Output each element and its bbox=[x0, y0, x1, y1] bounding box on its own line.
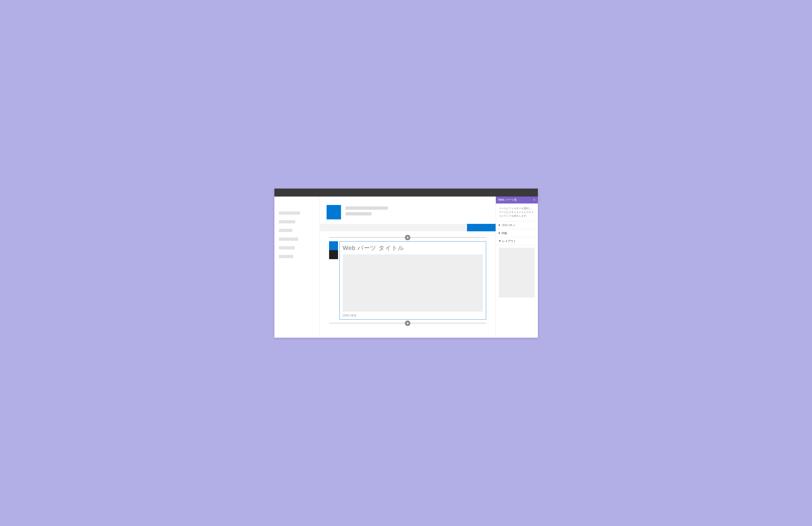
subtitle-line-placeholder bbox=[346, 212, 372, 216]
chevron-right-icon bbox=[499, 232, 500, 234]
command-bar bbox=[320, 224, 496, 231]
panel-description: ソースとフィルターを選択し、ページにドキュメントとリスト コンテンツを表示します… bbox=[496, 204, 538, 221]
nav-item-placeholder[interactable] bbox=[279, 255, 293, 258]
webpart-container[interactable]: Web パーツ タイトル 説明の追加 bbox=[339, 241, 486, 320]
webpart-move-button[interactable] bbox=[329, 250, 338, 259]
add-section-divider-bottom bbox=[329, 321, 486, 326]
site-title-placeholder bbox=[346, 205, 388, 218]
left-nav bbox=[274, 196, 320, 338]
webpart-body-placeholder[interactable] bbox=[343, 254, 483, 311]
property-panel: Web パーツ名 × ソースとフィルターを選択し、ページにドキュメントとリスト … bbox=[496, 196, 538, 338]
panel-section-label: プロパティ bbox=[502, 223, 515, 227]
plus-icon bbox=[406, 236, 409, 239]
chevron-down-icon bbox=[499, 240, 501, 242]
nav-item-placeholder[interactable] bbox=[279, 229, 292, 232]
panel-section-layout[interactable]: レイアウト bbox=[496, 237, 538, 245]
nav-item-placeholder[interactable] bbox=[279, 237, 298, 241]
primary-action-button[interactable] bbox=[467, 224, 496, 231]
webpart-row: Web パーツ タイトル 説明の追加 bbox=[329, 241, 486, 320]
site-logo bbox=[327, 205, 341, 219]
plus-icon bbox=[406, 322, 409, 325]
canvas: Web パーツ タイトル 説明の追加 bbox=[320, 231, 496, 331]
layout-preview-placeholder[interactable] bbox=[499, 248, 535, 297]
panel-section-label: 外観 bbox=[502, 231, 507, 235]
app-window: Web パーツ タイトル 説明の追加 Web bbox=[274, 189, 538, 338]
nav-item-placeholder[interactable] bbox=[279, 211, 300, 215]
nav-item-placeholder[interactable] bbox=[279, 220, 295, 223]
webpart-title[interactable]: Web パーツ タイトル bbox=[343, 244, 483, 252]
webpart-edit-button[interactable] bbox=[329, 241, 338, 250]
add-section-button[interactable] bbox=[405, 235, 410, 240]
webpart-controls bbox=[329, 241, 338, 259]
chevron-right-icon bbox=[499, 224, 500, 226]
panel-layout-body bbox=[496, 245, 538, 300]
webpart-add-description[interactable]: 説明の追加 bbox=[343, 313, 483, 317]
add-section-divider-top bbox=[329, 235, 486, 240]
command-bar-area[interactable] bbox=[320, 224, 467, 231]
panel-close-button[interactable]: × bbox=[533, 198, 535, 202]
panel-section-property[interactable]: プロパティ bbox=[496, 221, 538, 229]
title-line-placeholder bbox=[346, 206, 388, 210]
main-canvas: Web パーツ タイトル 説明の追加 bbox=[320, 196, 496, 338]
panel-header: Web パーツ名 × bbox=[496, 196, 538, 204]
window-titlebar bbox=[274, 189, 538, 196]
nav-item-placeholder[interactable] bbox=[279, 246, 295, 249]
content-area: Web パーツ タイトル 説明の追加 Web bbox=[274, 196, 538, 338]
panel-section-label: レイアウト bbox=[502, 239, 516, 243]
add-section-button[interactable] bbox=[405, 321, 410, 326]
panel-title: Web パーツ名 bbox=[498, 198, 517, 202]
page-header bbox=[320, 196, 496, 224]
panel-section-appearance[interactable]: 外観 bbox=[496, 229, 538, 237]
